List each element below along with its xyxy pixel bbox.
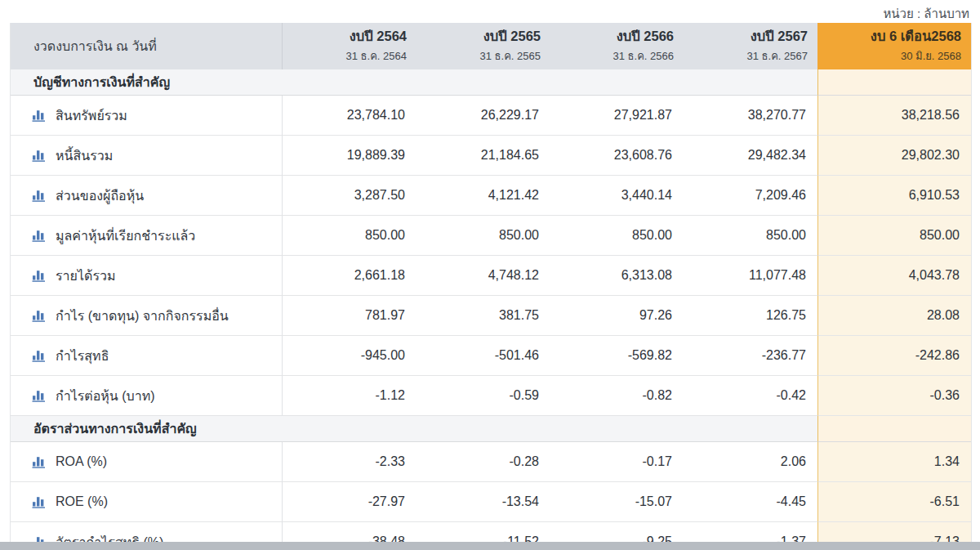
table-row: ROA (%)-2.33-0.28-0.172.061.34 [11, 442, 971, 482]
row-label-cell: กำไร (ขาดทุน) จากกิจกรรมอื่น [11, 296, 283, 336]
table-row: มูลค่าหุ้นที่เรียกชำระแล้ว850.00850.0085… [11, 216, 971, 256]
financial-highlights-card: งวดงบการเงิน ณ วันที่ งบปี 2564 31 ธ.ค. … [10, 23, 972, 550]
column-header-2564: งบปี 2564 31 ธ.ค. 2564 [283, 23, 416, 69]
bar-chart-icon[interactable] [32, 456, 47, 468]
row-label: ส่วนของผู้ถือหุ้น [56, 186, 144, 206]
table-row: กำไรสุทธิ-945.00-501.46-569.82-236.77-24… [11, 336, 971, 376]
row-label: รายได้รวม [56, 266, 116, 286]
value-cell: 4,121.42 [416, 176, 550, 216]
value-cell: -6.51 [817, 482, 971, 522]
section-header-row: บัญชีทางการเงินที่สำคัญ [11, 69, 971, 96]
value-cell: -501.46 [416, 336, 550, 376]
table-row: กำไรต่อหุ้น (บาท)-1.12-0.59-0.82-0.42-0.… [11, 376, 971, 416]
value-cell: -15.07 [550, 482, 684, 522]
section-header-row: อัตราส่วนทางการเงินที่สำคัญ [11, 416, 971, 442]
value-cell: 781.97 [283, 296, 416, 336]
value-cell: -13.54 [416, 482, 550, 522]
row-label: กำไรต่อหุ้น (บาท) [56, 386, 155, 406]
bar-chart-icon[interactable] [32, 350, 47, 362]
column-date: 30 มิ.ย. 2568 [817, 47, 961, 65]
unit-label: หน่วย : ล้านบาท [883, 4, 969, 24]
bar-chart-icon[interactable] [32, 110, 47, 122]
value-cell: -0.82 [550, 376, 684, 416]
row-label: ROA (%) [56, 454, 107, 469]
value-cell: 4,043.78 [817, 256, 971, 296]
value-cell: 3,287.50 [283, 176, 416, 216]
column-date: 31 ธ.ค. 2566 [550, 47, 674, 65]
value-cell: -4.45 [684, 482, 817, 522]
column-header-2567: งบปี 2567 31 ธ.ค. 2567 [684, 23, 817, 69]
value-cell: 2,661.18 [283, 256, 416, 296]
value-cell: 850.00 [416, 216, 550, 256]
value-cell: -27.97 [283, 482, 416, 522]
row-label: สินทรัพย์รวม [56, 105, 127, 126]
value-cell: 381.75 [416, 296, 550, 336]
column-header-2565: งบปี 2565 31 ธ.ค. 2565 [416, 23, 550, 69]
table-row: รายได้รวม2,661.184,748.126,313.0811,077.… [11, 256, 971, 296]
page-bottom-strip [0, 542, 980, 550]
value-cell: -0.17 [550, 442, 684, 482]
value-cell: 6,313.08 [550, 256, 684, 296]
column-title: งบ 6 เดือน2568 [817, 28, 961, 45]
row-label-cell: กำไรสุทธิ [11, 336, 283, 376]
column-title: งบปี 2566 [550, 28, 674, 45]
value-cell: 28.08 [817, 296, 971, 336]
row-label-cell: ROE (%) [11, 482, 283, 522]
row-label: มูลค่าหุ้นที่เรียกชำระแล้ว [56, 226, 195, 246]
table-row: กำไร (ขาดทุน) จากกิจกรรมอื่น781.97381.75… [11, 296, 971, 336]
value-cell: -0.36 [817, 376, 971, 416]
bar-chart-icon[interactable] [32, 390, 47, 402]
value-cell: 23,608.76 [550, 136, 684, 176]
column-header-2568-highlight: งบ 6 เดือน2568 30 มิ.ย. 2568 [817, 23, 971, 69]
value-cell: 2.06 [684, 442, 817, 482]
column-title: งบปี 2564 [283, 28, 407, 45]
value-cell: -2.33 [283, 442, 416, 482]
value-cell: 11,077.48 [684, 256, 817, 296]
value-cell: 21,184.65 [416, 136, 550, 176]
value-cell: -945.00 [283, 336, 416, 376]
bar-chart-icon[interactable] [32, 496, 47, 508]
column-title: งบปี 2565 [416, 28, 541, 45]
value-cell: 4,748.12 [416, 256, 550, 296]
value-cell: -0.42 [684, 376, 817, 416]
value-cell: 1.34 [817, 442, 971, 482]
value-cell: 7,209.46 [684, 176, 817, 216]
table-row: ส่วนของผู้ถือหุ้น3,287.504,121.423,440.1… [11, 176, 971, 216]
value-cell: 23,784.10 [283, 96, 416, 136]
row-label: กำไร (ขาดทุน) จากกิจกรรมอื่น [56, 306, 229, 326]
row-label-cell: มูลค่าหุ้นที่เรียกชำระแล้ว [11, 216, 283, 256]
value-cell: -0.59 [416, 376, 550, 416]
value-cell: 26,229.17 [416, 96, 550, 136]
section-title: อัตราส่วนทางการเงินที่สำคัญ [11, 416, 817, 442]
value-cell: 29,482.34 [684, 136, 817, 176]
table-row: หนี้สินรวม19,889.3921,184.6523,608.7629,… [11, 136, 971, 176]
value-cell: 850.00 [684, 216, 817, 256]
row-label-cell: สินทรัพย์รวม [11, 96, 283, 136]
column-date: 31 ธ.ค. 2567 [684, 47, 808, 65]
financial-table: งวดงบการเงิน ณ วันที่ งบปี 2564 31 ธ.ค. … [11, 23, 971, 550]
value-cell: -1.12 [283, 376, 416, 416]
section-highlight-cell [817, 69, 971, 96]
row-label-cell: ส่วนของผู้ถือหุ้น [11, 176, 283, 216]
value-cell: 3,440.14 [550, 176, 684, 216]
row-label-cell: ROA (%) [11, 442, 283, 482]
bar-chart-icon[interactable] [32, 310, 47, 322]
value-cell: -569.82 [550, 336, 684, 376]
value-cell: 126.75 [684, 296, 817, 336]
row-label: หนี้สินรวม [56, 145, 113, 166]
bar-chart-icon[interactable] [32, 270, 47, 282]
value-cell: 850.00 [550, 216, 684, 256]
value-cell: 27,921.87 [550, 96, 684, 136]
column-date: 31 ธ.ค. 2565 [416, 47, 541, 65]
value-cell: 38,270.77 [684, 96, 817, 136]
row-label-cell: กำไรต่อหุ้น (บาท) [11, 376, 283, 416]
value-cell: -242.86 [817, 336, 971, 376]
section-highlight-cell [817, 416, 971, 442]
bar-chart-icon[interactable] [32, 190, 47, 202]
bar-chart-icon[interactable] [32, 150, 47, 162]
table-header-row: งวดงบการเงิน ณ วันที่ งบปี 2564 31 ธ.ค. … [11, 23, 971, 69]
bar-chart-icon[interactable] [32, 230, 47, 242]
table-row: สินทรัพย์รวม23,784.1026,229.1727,921.873… [11, 96, 971, 136]
value-cell: 850.00 [283, 216, 416, 256]
period-header: งวดงบการเงิน ณ วันที่ [11, 23, 283, 69]
